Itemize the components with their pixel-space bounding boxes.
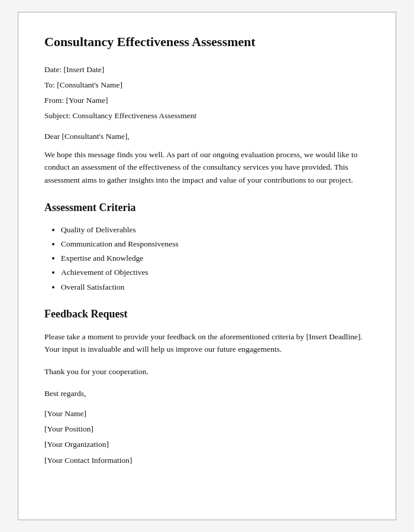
criteria-list: Quality of Deliverables Communication an…: [61, 224, 370, 293]
dear-line: Dear [Consultant's Name],: [44, 131, 370, 142]
page-wrapper: Consultancy Effectiveness Assessment Dat…: [0, 0, 414, 532]
feedback-paragraph: Please take a moment to provide your fee…: [44, 330, 370, 356]
from-line: From: [Your Name]: [44, 95, 370, 106]
date-line: Date: [Insert Date]: [44, 64, 370, 76]
signature-block: [Your Name] [Your Position] [Your Organi…: [44, 408, 370, 466]
signature-name: [Your Name]: [44, 408, 370, 420]
list-item: Overall Satisfaction: [61, 281, 370, 293]
subject-line: Subject: Consultancy Effectiveness Asses…: [44, 110, 370, 122]
feedback-section: Feedback Request Please take a moment to…: [44, 306, 370, 378]
feedback-heading: Feedback Request: [44, 306, 370, 322]
document-title: Consultancy Effectiveness Assessment: [44, 34, 370, 51]
closing-block: Best regards, [Your Name] [Your Position…: [44, 388, 370, 466]
regards-line: Best regards,: [44, 388, 370, 400]
document: Consultancy Effectiveness Assessment Dat…: [18, 12, 396, 520]
list-item: Expertise and Knowledge: [61, 252, 370, 264]
list-item: Achievement of Objectives: [61, 267, 370, 278]
to-line: To: [Consultant's Name]: [44, 79, 370, 91]
list-item: Communication and Responsiveness: [61, 238, 370, 250]
thank-you-line: Thank you for your cooperation.: [44, 365, 370, 378]
signature-position: [Your Position]: [44, 423, 370, 435]
signature-organization: [Your Organization]: [44, 439, 370, 450]
intro-paragraph: We hope this message finds you well. As …: [44, 148, 370, 187]
signature-contact: [Your Contact Information]: [44, 455, 370, 466]
assessment-criteria-heading: Assessment Criteria: [44, 200, 370, 216]
list-item: Quality of Deliverables: [61, 224, 370, 236]
